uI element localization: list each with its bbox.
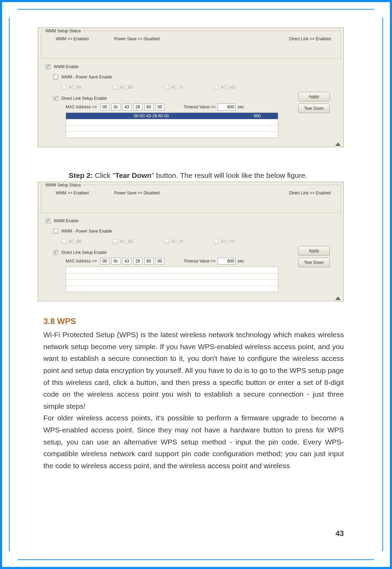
mac-input-5[interactable] [144, 258, 153, 265]
wmm-status-legend: WMM Setup Status [44, 29, 82, 33]
ac-be-checkbox [113, 85, 118, 90]
table-row [66, 131, 278, 138]
ac-be-label: AC_BE [120, 85, 133, 90]
dls-checkbox[interactable] [53, 250, 58, 255]
wmm-enable-checkbox[interactable] [46, 64, 51, 69]
wmm-status-legend: WMM Setup Status [44, 183, 82, 187]
ac-vo-checkbox [214, 85, 219, 90]
ac-be-label: AC_BE [120, 239, 133, 244]
mac-input-1[interactable] [100, 104, 109, 110]
wmm-ps-label: WMM - Power Save Enable [61, 75, 112, 79]
dls-table[interactable] [66, 267, 278, 292]
ac-bk-label: AC_BK [68, 85, 82, 90]
tear-down-button[interactable]: Tear Down [298, 104, 330, 113]
timeout-unit: sec [238, 259, 244, 264]
ac-bk-checkbox [62, 239, 66, 244]
wmm-panel-after: WMM Setup Status WMM >> Enabled Power Sa… [38, 182, 344, 301]
timeout-label: Timeout Value >> [184, 105, 216, 109]
step2-text: Step 2: Click "Tear Down" button. The re… [69, 171, 371, 180]
apply-button[interactable]: Apply [298, 92, 330, 101]
wmm-panel-before: WMM Setup Status WMM >> Enabled Power Sa… [38, 28, 344, 147]
table-row [66, 119, 278, 125]
ac-bk-label: AC_BK [68, 239, 82, 244]
mac-input-3[interactable] [122, 104, 131, 110]
table-row[interactable]: 00-0C-43-28-60-00 600 [66, 113, 278, 119]
status-power-save: Power Save >> Disabled [114, 36, 224, 41]
status-direct-link: Direct Link >> Enabled [289, 36, 338, 41]
table-row [66, 279, 278, 286]
ac-be-checkbox [113, 239, 118, 244]
wmm-enable-label: WMM Enable [54, 64, 78, 69]
apply-button[interactable]: Apply [298, 246, 330, 256]
timeout-input[interactable] [218, 258, 236, 265]
ac-vi-label: AC_VI [171, 85, 183, 90]
tear-down-button[interactable]: Tear Down [298, 258, 330, 267]
table-row [66, 286, 278, 292]
timeout-unit: sec [238, 105, 244, 109]
page-number: 43 [336, 529, 344, 538]
mac-input-3[interactable] [122, 258, 131, 265]
mac-input-5[interactable] [144, 104, 153, 110]
mac-input-6[interactable] [155, 104, 164, 110]
expand-up-icon[interactable] [335, 297, 341, 300]
wmm-ps-checkbox[interactable] [53, 75, 58, 79]
mac-label: MAC Address >> [66, 105, 97, 109]
table-row [66, 273, 278, 279]
mac-input-4[interactable] [133, 258, 142, 265]
wmm-enable-checkbox[interactable] [46, 218, 51, 223]
mac-input-4[interactable] [133, 104, 142, 110]
status-wmm: WMM >> Enabled [56, 191, 114, 195]
dls-label: Direct Link Setup Enable [61, 250, 107, 255]
ac-vo-checkbox [214, 239, 219, 244]
mac-input-2[interactable] [111, 258, 120, 265]
ac-vi-checkbox [164, 85, 169, 90]
ac-vo-label: AC_VO [221, 85, 235, 90]
ac-vi-label: AC_VI [171, 239, 183, 244]
mac-input-2[interactable] [111, 104, 120, 110]
mac-input-6[interactable] [155, 258, 164, 265]
dls-checkbox[interactable] [53, 96, 58, 101]
dls-label: Direct Link Setup Enable [61, 96, 107, 101]
timeout-label: Timeout Value >> [184, 259, 216, 264]
table-mac-cell: 00-0C-43-28-60-00 [66, 113, 237, 119]
ac-vo-label: AC_VO [221, 239, 235, 244]
dls-table[interactable]: 00-0C-43-28-60-00 600 [66, 112, 278, 138]
mac-label: MAC Address >> [66, 259, 97, 264]
status-power-save: Power Save >> Disabled [114, 191, 224, 195]
wmm-ps-label: WMM - Power Save Enable [61, 229, 112, 234]
wps-paragraph-2: For older wireless access points, it's p… [43, 412, 344, 472]
wps-paragraph-1: Wi-Fi Protected Setup (WPS) is the lates… [43, 329, 344, 412]
wmm-ps-checkbox[interactable] [53, 229, 58, 234]
table-timeout-cell: 600 [237, 113, 278, 119]
mac-input-1[interactable] [100, 258, 109, 265]
expand-up-icon[interactable] [335, 142, 341, 146]
ac-vi-checkbox [164, 239, 169, 244]
section-heading-wps: 3.8 WPS [43, 316, 371, 326]
wmm-enable-label: WMM Enable [54, 218, 78, 223]
table-row [66, 125, 278, 131]
status-direct-link: Direct Link >> Enabled [289, 191, 338, 195]
table-row [66, 267, 278, 273]
timeout-input[interactable] [218, 104, 236, 110]
ac-bk-checkbox [62, 85, 66, 90]
status-wmm: WMM >> Enabled [56, 36, 114, 41]
